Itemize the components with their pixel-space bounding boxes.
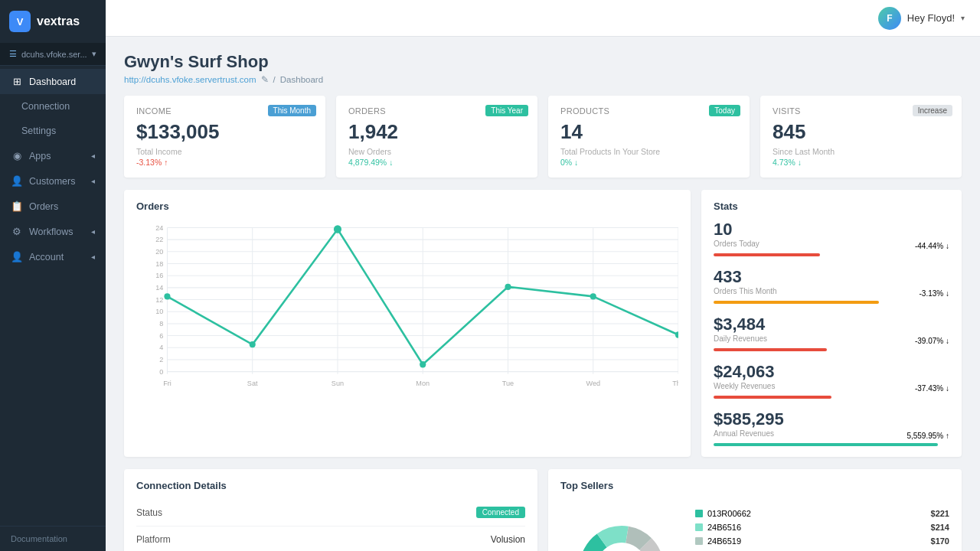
legend-label: 24B6519	[707, 536, 741, 546]
svg-text:2: 2	[159, 356, 163, 364]
svg-text:20: 20	[155, 248, 163, 256]
stat-item-bar	[714, 396, 831, 399]
svg-point-43	[420, 361, 426, 367]
page-content: Gwyn's Surf Shop http://dcuhs.vfoke.serv…	[106, 37, 980, 551]
top-bar: F Hey Floyd! ▾	[106, 0, 980, 37]
avatar: F	[878, 7, 901, 30]
svg-point-45	[590, 293, 596, 299]
stat-value: $133,005	[136, 120, 313, 144]
sidebar-item-customers[interactable]: 👤 Customers ◂	[0, 168, 106, 194]
stat-item-value: 433	[714, 267, 777, 287]
svg-text:Thu: Thu	[672, 380, 678, 387]
sidebar-item-label: Settings	[21, 126, 56, 136]
sidebar-item-settings[interactable]: Settings	[0, 119, 106, 143]
breadcrumb-url[interactable]: http://dcuhs.vfoke.servertrust.com	[124, 75, 256, 84]
user-menu[interactable]: F Hey Floyd! ▾	[878, 7, 965, 30]
sidebar-item-orders[interactable]: 📋 Orders	[0, 194, 106, 219]
legend-left: 013R00662	[695, 509, 751, 518]
stat-change: 4,879.49% ↓	[348, 158, 525, 167]
svg-text:14: 14	[155, 284, 163, 292]
stat-item-name: Weekly Revenues	[714, 382, 775, 390]
customers-icon: 👤	[11, 175, 23, 187]
svg-text:Mon: Mon	[416, 380, 430, 387]
page-title: Gwyn's Surf Shop	[124, 52, 962, 72]
stat-sub: Total Products In Your Store	[560, 147, 737, 156]
store-icon: ☰	[9, 49, 17, 59]
stats-items-container: 10 Orders Today -44.44% ↓ 433 Orders Thi…	[714, 220, 949, 446]
documentation-label: Documentation	[11, 534, 67, 543]
orders-chart-svg: 0 2 4 6 8 10 12 14 16 18 20 22 24	[136, 220, 678, 396]
stat-item-row: 433 Orders This Month -3.13% ↓	[714, 267, 949, 298]
stat-item-value: $3,484	[714, 315, 767, 334]
sidebar-item-label: Dashboard	[29, 77, 76, 87]
sidebar-item-label: Apps	[29, 151, 51, 161]
legend-item: 24B6519 $170	[695, 534, 949, 548]
stat-item-bar	[714, 443, 938, 446]
donut-chart	[560, 499, 683, 551]
stat-item-row: $585,295 Annual Revenues 5,559.95% ↑	[714, 409, 949, 440]
connection-key: Status	[136, 507, 162, 518]
svg-text:24: 24	[155, 223, 163, 231]
stat-item-row: 10 Orders Today -44.44% ↓	[714, 220, 949, 250]
stat-card-visits: Visits Increase 845 Since Last Month 4.7…	[760, 96, 962, 178]
legend-value: $170	[931, 536, 949, 546]
logo-icon: V	[9, 11, 31, 32]
store-selector[interactable]: ☰ dcuhs.vfoke.ser... ▾	[0, 43, 106, 66]
store-chevron-icon: ▾	[92, 49, 96, 59]
stat-item-change: 5,559.95% ↑	[906, 432, 949, 440]
stat-value: 845	[773, 120, 949, 144]
stat-item-bar	[714, 301, 879, 304]
stat-badge: This Month	[268, 105, 316, 116]
orders-icon: 📋	[11, 201, 23, 212]
documentation-link[interactable]: Documentation	[0, 526, 106, 551]
stat-item-value: 10	[714, 220, 760, 240]
apps-icon: ◉	[11, 150, 23, 161]
legend-dot	[695, 510, 703, 517]
stat-item-row: $24,063 Weekly Revenues -37.43% ↓	[714, 362, 949, 393]
stat-item-change: -3.13% ↓	[920, 289, 949, 298]
connection-row: Platform Volusion	[136, 527, 525, 551]
sidebar-item-account[interactable]: 👤 Account ◂	[0, 244, 106, 269]
logo-text: vextras	[37, 15, 80, 28]
apps-chevron-icon: ◂	[91, 152, 95, 160]
stat-value: 14	[560, 120, 737, 144]
svg-text:4: 4	[159, 344, 163, 351]
connection-title: Connection Details	[136, 480, 525, 491]
sidebar: V vextras ☰ dcuhs.vfoke.ser... ▾ ⊞ Dashb…	[0, 0, 106, 551]
legend-value: $214	[931, 523, 949, 532]
stat-item-name: Daily Revenues	[714, 334, 767, 343]
svg-text:10: 10	[155, 308, 163, 315]
user-chevron-icon: ▾	[961, 14, 965, 22]
stat-item-name: Orders This Month	[714, 287, 777, 295]
customers-chevron-icon: ◂	[91, 177, 95, 185]
svg-text:0: 0	[159, 368, 163, 376]
legend-value: $221	[931, 509, 949, 518]
legend-dot	[695, 537, 703, 545]
workflows-chevron-icon: ◂	[91, 227, 95, 236]
sidebar-item-dashboard[interactable]: ⊞ Dashboard	[0, 69, 106, 94]
stat-item-value: $24,063	[714, 362, 775, 382]
content-row: Orders	[124, 190, 962, 457]
svg-text:22: 22	[155, 236, 163, 243]
sidebar-item-label: Orders	[29, 201, 58, 212]
stats-panel-title: Stats	[714, 201, 949, 212]
stat-item-value: $585,295	[714, 409, 784, 429]
breadcrumb-current: Dashboard	[280, 75, 323, 84]
stat-panel-item: $3,484 Daily Revenues -39.07% ↓	[714, 315, 949, 351]
sidebar-item-apps[interactable]: ◉ Apps ◂	[0, 143, 106, 168]
stat-item-name: Orders Today	[714, 240, 760, 248]
store-name: dcuhs.vfoke.ser...	[21, 50, 87, 59]
stat-item-bar	[714, 348, 827, 351]
stat-badge: Today	[709, 105, 740, 116]
sidebar-item-connection[interactable]: Connection	[0, 94, 106, 119]
stat-sub: New Orders	[348, 147, 525, 156]
stat-item-change: -39.07% ↓	[915, 337, 949, 345]
orders-chart-card: Orders	[124, 190, 691, 457]
account-chevron-icon: ◂	[91, 253, 95, 261]
top-sellers-title: Top Sellers	[560, 480, 949, 491]
workflows-icon: ⚙	[11, 226, 23, 237]
connection-row: Status Connected	[136, 499, 525, 527]
sidebar-item-label: Connection	[21, 101, 70, 112]
svg-point-40	[164, 293, 170, 299]
sidebar-item-workflows[interactable]: ⚙ Workflows ◂	[0, 219, 106, 244]
